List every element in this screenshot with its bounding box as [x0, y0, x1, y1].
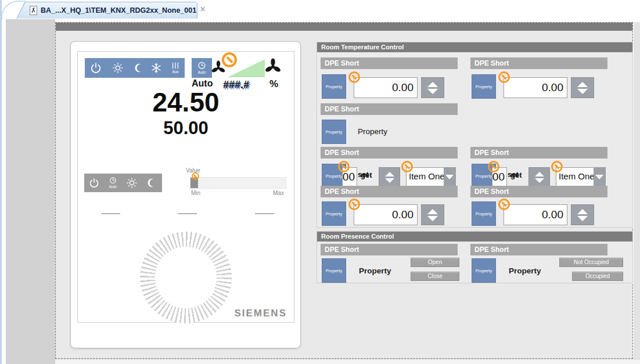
forbidden-icon	[498, 71, 510, 83]
spin-updown-button[interactable]	[571, 77, 594, 98]
combo-control-row: Property 0.00 setget Item One	[321, 162, 467, 189]
combobox-dropdown-button[interactable]	[594, 168, 605, 186]
forbidden-icon	[488, 161, 499, 172]
forbidden-icon	[222, 52, 237, 67]
panel-tab-inner[interactable]: BA_...X_HQ_1\TEM_KNX_RDG2xx_None_001	[17, 2, 197, 19]
item-combobox[interactable]: Item One	[406, 167, 456, 187]
group-header: DPE Short	[470, 147, 607, 158]
canvas-top-bar	[56, 23, 632, 31]
combo-control-row: Property 0.00 setget Item One	[470, 162, 617, 189]
value-spinbox[interactable]: 0.00	[354, 204, 418, 225]
spin-updown-button[interactable]	[421, 204, 444, 225]
item-combobox[interactable]: Item One	[556, 167, 606, 187]
occupied-button[interactable]: Occupied	[572, 272, 623, 281]
clock-icon	[197, 62, 207, 70]
panel-tab[interactable]: BA_...X_HQ_1\TEM_KNX_RDG2xx_None_001	[16, 2, 197, 19]
forbidden-icon	[498, 199, 510, 210]
comfort-button[interactable]	[112, 62, 124, 74]
cooling-button[interactable]	[150, 62, 162, 74]
mini-auto-label: Auto	[109, 185, 116, 189]
power-icon	[90, 62, 102, 74]
mini-economy-button[interactable]	[147, 177, 157, 189]
spin-control-row: Property 0.00	[470, 73, 617, 99]
group-header: DPE Short	[470, 186, 607, 197]
property-button[interactable]: Property	[472, 258, 496, 283]
mini-auto-button[interactable]: Auto	[109, 177, 117, 189]
not-occupied-button[interactable]: Not Occupied	[559, 258, 623, 267]
spin-updown-button[interactable]	[421, 77, 444, 98]
left-sidebar-panel	[6, 19, 55, 364]
auto-mode-button[interactable]: Auto	[197, 62, 207, 75]
property-button[interactable]: Property	[322, 258, 346, 283]
arrow-up-icon	[427, 82, 438, 87]
get-label: get	[361, 171, 372, 179]
spin-updown-button[interactable]	[528, 167, 550, 187]
room-temperature-section: Room Temperature Control DPE Short DPE S…	[317, 42, 633, 228]
property-text: Property	[509, 266, 541, 275]
close-button[interactable]: Close	[411, 272, 459, 281]
property-button[interactable]: Property	[322, 201, 346, 226]
property-button[interactable]: Property	[472, 201, 496, 226]
arrow-down-icon	[385, 178, 394, 183]
value-spinbox[interactable]: 0.00	[504, 204, 567, 225]
mode-bar-secondary: Aux	[146, 58, 185, 78]
power-icon	[89, 178, 99, 188]
bottom-strip	[55, 359, 640, 364]
forbidden-icon	[338, 161, 350, 172]
aux-heat-button[interactable]: Aux	[170, 62, 181, 74]
spin-control-row: Property 0.00	[321, 200, 467, 226]
secondary-value: 50.00	[78, 119, 294, 137]
section-title: Room Presence Control	[317, 232, 632, 242]
economy-button[interactable]	[134, 62, 145, 74]
spin-updown-button[interactable]	[571, 204, 594, 225]
value-spinbox[interactable]: 0.00	[354, 77, 418, 98]
room-presence-section: Room Presence Control DPE Short DPE Shor…	[317, 231, 633, 283]
window-left-edge	[0, 0, 2, 364]
auto-cell-label: Auto	[198, 71, 206, 75]
rotary-dial[interactable]	[140, 232, 232, 323]
property-button[interactable]: Property	[322, 74, 346, 99]
spin-control-row: Property 0.00	[470, 200, 617, 226]
spinbox-value: 0.00	[392, 81, 414, 94]
get-label: get	[510, 171, 522, 179]
mini-mode-bar: Auto	[84, 174, 162, 192]
spinbox-value: 0.00	[342, 171, 355, 183]
mini-power-button[interactable]	[89, 178, 99, 188]
combobox-value: Item One	[407, 168, 444, 186]
slider-min-label: Min	[191, 190, 200, 196]
auto-mode-bar: Auto	[192, 58, 212, 78]
placeholder-dash	[255, 213, 274, 214]
overlapped-labels: setget	[508, 170, 527, 181]
arrow-up-icon	[385, 172, 394, 176]
moon-icon	[147, 177, 157, 189]
property-button[interactable]: Property	[472, 74, 496, 99]
forbidden-icon	[348, 199, 360, 210]
forbidden-icon	[348, 71, 360, 83]
fan-icon	[264, 57, 282, 76]
group-header: DPE Short	[321, 147, 458, 158]
property-button[interactable]: Property	[322, 120, 346, 144]
value-spinbox[interactable]: 0.00	[504, 77, 567, 98]
group-header: DPE Short	[321, 57, 458, 69]
aux-heat-icon	[170, 62, 181, 70]
spin-control-row: Property 0.00	[321, 73, 467, 99]
mini-comfort-button[interactable]	[126, 177, 138, 189]
rotary-dial-center	[155, 247, 217, 308]
arrow-down-icon	[427, 216, 438, 221]
overlapped-labels: setget	[358, 170, 377, 181]
group-header: DPE Short	[321, 244, 458, 255]
spinbox-value: 0.00	[542, 208, 563, 221]
property-text: Property	[359, 266, 391, 275]
thermostat-faceplate: Aux Auto Auto ###.# ###.# % 24.50	[70, 41, 301, 348]
open-button[interactable]: Open	[411, 258, 459, 267]
value-slider-track	[190, 177, 286, 189]
combobox-dropdown-button[interactable]	[444, 168, 455, 186]
clock-icon	[109, 177, 117, 185]
power-button[interactable]	[90, 62, 102, 74]
arrow-up-icon	[427, 209, 438, 214]
spin-updown-button[interactable]	[379, 167, 400, 187]
forbidden-icon	[551, 161, 563, 172]
right-edge-strip	[634, 22, 640, 359]
tab-close-icon[interactable]: ✕	[200, 5, 206, 13]
fan-unit: %	[269, 78, 278, 90]
